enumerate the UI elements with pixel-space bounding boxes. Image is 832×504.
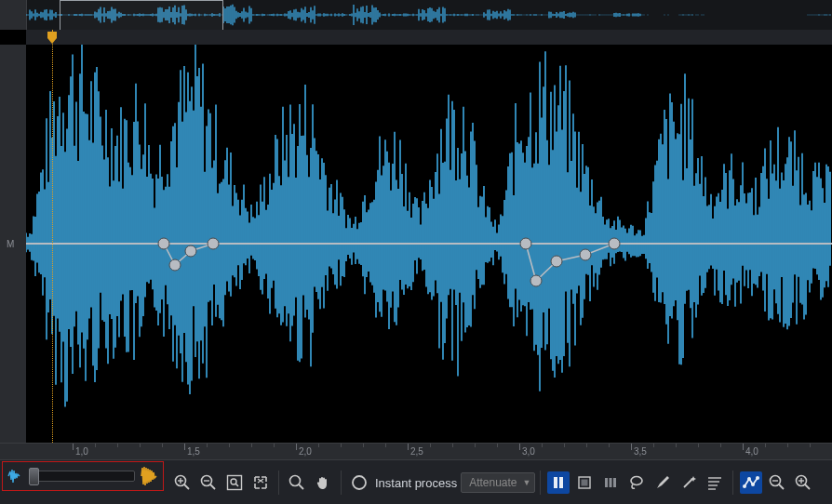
zoom-selection-button[interactable] [249, 471, 272, 494]
svg-point-893 [747, 477, 751, 481]
svg-rect-880 [559, 477, 563, 488]
envelope-node[interactable] [520, 238, 532, 250]
ruler-tick-label: 1,0 [75, 446, 88, 457]
envelope-node[interactable] [530, 275, 543, 287]
zoom-full-button[interactable] [223, 471, 246, 494]
svg-point-892 [743, 484, 746, 488]
zoom-time-in-button[interactable] [792, 471, 814, 494]
separator [732, 471, 733, 495]
selection-columns-button[interactable] [599, 471, 622, 494]
hand-tool-button[interactable] [312, 471, 334, 494]
envelope-node[interactable] [158, 238, 170, 250]
envelope-node[interactable] [580, 249, 592, 261]
waveform-editor: M [0, 30, 832, 443]
overview-strip [0, 0, 832, 30]
magnifier-tool-button[interactable] [286, 471, 308, 494]
svg-rect-882 [582, 480, 588, 486]
svg-line-871 [210, 484, 215, 489]
marker-strip[interactable] [26, 30, 832, 46]
svg-rect-879 [554, 477, 557, 488]
ruler-tick-label: 1,5 [187, 446, 200, 457]
svg-line-897 [779, 484, 784, 489]
svg-point-895 [756, 476, 759, 480]
svg-point-876 [290, 476, 301, 486]
waveform-canvas[interactable] [26, 45, 832, 443]
ruler-tick-label: 3,5 [634, 446, 647, 457]
svg-line-877 [299, 484, 303, 489]
instant-process-toggle[interactable] [348, 471, 370, 494]
instant-process-label: Instant process [375, 476, 457, 490]
overview-gutter [0, 0, 27, 30]
selection-block-button[interactable] [573, 471, 596, 494]
svg-rect-884 [610, 478, 612, 487]
time-ruler[interactable]: 1,01,52,02,53,03,54,0 [0, 443, 832, 460]
envelope-node[interactable] [609, 238, 621, 250]
process-combo-value: Attenuate [469, 476, 517, 489]
vertical-zoom-slider[interactable] [31, 471, 135, 482]
zoom-out-button[interactable] [197, 471, 220, 494]
ruler-tick-label: 3,0 [522, 446, 535, 457]
envelope-node[interactable] [185, 245, 197, 258]
envelope-tool-button[interactable] [740, 471, 762, 494]
svg-rect-885 [613, 478, 616, 487]
separator [540, 471, 541, 495]
envelope-svg [26, 45, 832, 443]
brush-tool-button[interactable] [651, 471, 674, 494]
svg-line-875 [235, 484, 238, 486]
vertical-zoom-slider-group [2, 461, 164, 491]
waveform-large-icon [141, 466, 159, 486]
svg-line-887 [684, 479, 692, 487]
overview-visible-window[interactable] [60, 0, 223, 31]
channel-label: M [7, 239, 14, 249]
zoom-in-button[interactable] [171, 471, 194, 494]
ruler-tick-label: 2,0 [299, 446, 312, 457]
svg-rect-883 [605, 478, 608, 487]
svg-point-886 [631, 477, 642, 485]
svg-point-894 [751, 483, 755, 486]
lasso-tool-button[interactable] [625, 471, 648, 494]
envelope-node[interactable] [208, 238, 220, 250]
envelope-node[interactable] [551, 256, 563, 268]
selection-range-button[interactable] [547, 471, 570, 494]
zoom-time-out-button[interactable] [766, 471, 788, 494]
waveform-small-icon [7, 466, 25, 486]
ruler-tick-label: 4,0 [745, 446, 758, 457]
svg-point-878 [353, 476, 366, 489]
magic-wand-button[interactable] [678, 471, 700, 494]
chevron-down-icon: ▼ [523, 478, 531, 487]
svg-rect-873 [228, 476, 242, 490]
separator [341, 471, 342, 495]
separator [278, 471, 279, 495]
process-combo[interactable]: Attenuate ▼ [461, 472, 535, 493]
overview-track[interactable] [26, 0, 832, 31]
playhead-marker[interactable] [47, 32, 57, 45]
svg-line-900 [805, 484, 810, 489]
levels-button[interactable] [704, 471, 726, 494]
amplitude-gutter: M [0, 45, 27, 443]
vertical-zoom-thumb[interactable] [29, 468, 39, 485]
envelope-node[interactable] [169, 259, 181, 272]
svg-line-867 [184, 484, 189, 489]
ruler-tick-label: 2,5 [410, 446, 423, 457]
